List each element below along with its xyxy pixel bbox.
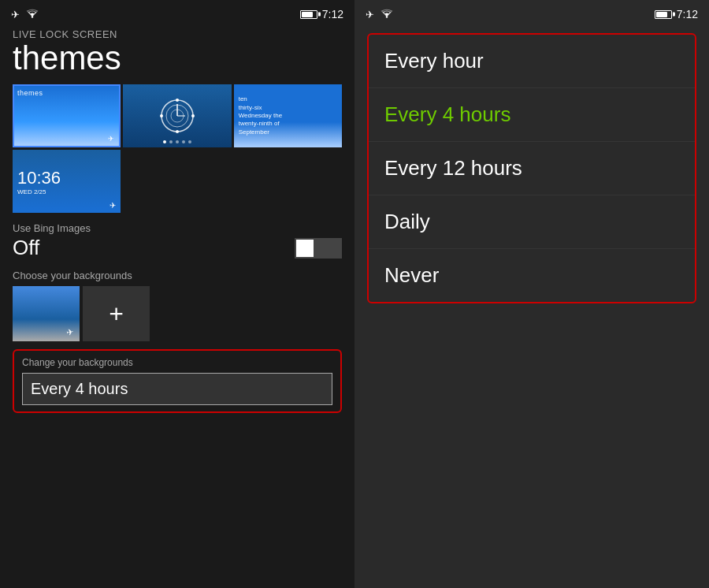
option-every-12-hours[interactable]: Every 12 hours (369, 142, 695, 195)
bg-plane-icon: ✈ (65, 327, 74, 338)
right-status-bar: ✈ 7:12 (354, 0, 709, 25)
right-panel: ✈ 7:12 Every hour Every 4 hours Every 12… (354, 0, 709, 588)
add-plus-icon: + (109, 301, 124, 326)
right-battery-group: 7:12 (655, 8, 698, 20)
theme-thumb-3[interactable]: tenthirty-sixWednesday thetwenty-ninth o… (234, 84, 342, 147)
left-status-icons: ✈ (11, 8, 39, 20)
backgrounds-row: ✈ + (0, 286, 354, 341)
right-status-icons: ✈ (366, 8, 393, 20)
svg-point-6 (176, 130, 179, 133)
svg-point-7 (160, 114, 163, 117)
bing-images-label: Use Bing Images (13, 222, 342, 234)
airplane-icon: ✈ (11, 9, 20, 20)
themes-grid: themes ✈ (0, 84, 354, 213)
left-status-bar: ✈ 7:12 (0, 0, 354, 25)
toggle-knob (296, 240, 314, 257)
svg-point-10 (386, 16, 388, 17)
svg-point-0 (32, 16, 33, 17)
battery-icon (300, 10, 317, 19)
bing-images-toggle[interactable] (295, 238, 342, 259)
change-backgrounds-section: Change your backgrounds Every 4 hours (13, 349, 342, 413)
wifi-icon (26, 8, 39, 20)
svg-point-4 (176, 99, 179, 102)
option-every-hour[interactable]: Every hour (369, 35, 695, 88)
option-never[interactable]: Never (369, 249, 695, 302)
right-status-group: 7:12 (300, 8, 343, 20)
right-wifi-icon (380, 8, 393, 20)
thumb-dots (123, 140, 231, 143)
left-panel: ✈ 7:12 LIVE LOCK SCREEN themes themes (0, 0, 354, 588)
change-backgrounds-value[interactable]: Every 4 hours (22, 373, 332, 405)
background-thumb-1[interactable]: ✈ (13, 286, 80, 341)
right-status-time: 7:12 (677, 8, 698, 20)
theme-thumb-2[interactable] (123, 84, 231, 147)
add-background-button[interactable]: + (83, 286, 150, 341)
themes-title: themes (0, 40, 354, 84)
option-daily[interactable]: Daily (369, 195, 695, 249)
right-battery-icon (655, 10, 672, 19)
clock-plane-icon: ✈ (110, 201, 116, 210)
left-status-time: 7:12 (322, 8, 343, 20)
theme-thumb-4[interactable]: 10:36 WED 2/25 ✈ (13, 150, 121, 213)
svg-point-5 (191, 114, 195, 117)
change-backgrounds-label: Change your backgrounds (22, 357, 332, 368)
thumb-plane-icon: ✈ (108, 135, 114, 143)
option-every-4-hours[interactable]: Every 4 hours (369, 88, 695, 142)
frequency-dropdown: Every hour Every 4 hours Every 12 hours … (367, 33, 696, 303)
right-airplane-icon: ✈ (366, 9, 374, 20)
bing-images-setting: Use Bing Images Off (0, 213, 354, 263)
theme-thumb-1[interactable]: themes ✈ (13, 84, 121, 147)
bing-images-value: Off (13, 236, 39, 260)
choose-backgrounds-label: Choose your backgrounds (0, 263, 354, 286)
live-lock-label: LIVE LOCK SCREEN (0, 25, 354, 40)
